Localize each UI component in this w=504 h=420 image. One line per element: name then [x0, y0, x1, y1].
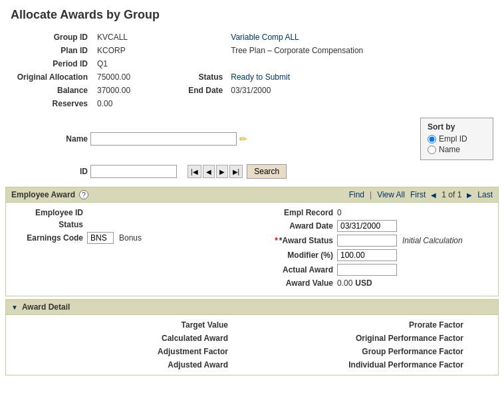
award-date-input[interactable]: [337, 220, 397, 232]
page-info: 1 of 1: [441, 190, 461, 199]
id-label: ID: [11, 167, 90, 176]
modifier-input[interactable]: [337, 249, 397, 261]
sort-empid-radio[interactable]: [428, 135, 436, 144]
page-title: Allocate Awards by Group: [0, 0, 504, 27]
first-link[interactable]: First: [410, 190, 426, 199]
prorate-factor-label: Prorate Factor: [409, 320, 474, 330]
end-date-value: 03/31/2000: [227, 84, 492, 96]
period-id-label: Period ID: [12, 58, 92, 70]
award-status-input[interactable]: [337, 235, 397, 247]
collapse-arrow[interactable]: ▼: [11, 304, 18, 311]
status-value: Ready to Submit: [227, 71, 492, 83]
adjusted-award-label: Adjusted Award: [168, 360, 239, 369]
last-link[interactable]: Last: [477, 190, 493, 199]
employee-award-header: Employee Award ? Find | View All First ◀…: [6, 187, 498, 203]
employee-award-section: Employee Award ? Find | View All First ◀…: [5, 187, 499, 296]
period-id-value: Q1: [93, 58, 171, 70]
original-allocation-label: Original Allocation: [12, 71, 92, 83]
original-allocation-value: 75000.00: [93, 71, 171, 83]
end-date-label: End Date: [172, 84, 225, 96]
employee-id-label: Employee ID: [17, 208, 83, 217]
group-id-value: KVCALL: [93, 31, 171, 43]
search-button[interactable]: Search: [247, 164, 287, 179]
nav-last-btn[interactable]: ▶|: [229, 165, 243, 178]
target-value-label: Target Value: [182, 320, 239, 330]
adjustment-factor-label: Adjustment Factor: [158, 347, 239, 356]
plan-id-label: Plan ID: [12, 45, 92, 56]
plan-name: Tree Plan – Corporate Compensation: [227, 45, 492, 56]
earnings-code-label: Earnings Code: [17, 233, 83, 243]
group-performance-label: Group Performance Factor: [362, 347, 474, 356]
sort-title: Sort by: [428, 122, 486, 132]
award-detail-title: Award Detail: [22, 302, 70, 312]
award-detail-header: ▼ Award Detail: [6, 300, 498, 315]
status-label: Status: [172, 71, 225, 83]
name-label: Name: [11, 134, 90, 144]
id-input[interactable]: [90, 165, 177, 178]
empl-record-label: Empl Record: [267, 208, 333, 217]
next-arrow[interactable]: ▶: [467, 191, 472, 199]
award-value-amount: 0.00: [337, 278, 352, 288]
prev-arrow[interactable]: ◀: [431, 191, 436, 199]
group-name: Variable Comp ALL: [227, 31, 492, 43]
calc-note: Initial Calculation: [402, 236, 463, 245]
bonus-text: Bonus: [119, 233, 142, 243]
nav-next-btn[interactable]: ▶: [216, 165, 228, 178]
award-value-currency: USD: [355, 278, 372, 288]
award-detail-section: ▼ Award Detail Target Value Calculated A…: [5, 299, 499, 375]
sort-empid-label: Empl ID: [439, 134, 467, 144]
individual-performance-label: Individual Performance Factor: [348, 360, 474, 369]
help-icon[interactable]: ?: [79, 190, 88, 199]
earnings-code-input[interactable]: [87, 232, 114, 244]
view-all-link[interactable]: View All: [377, 190, 405, 199]
nav-prev-btn[interactable]: ◀: [203, 165, 215, 178]
group-id-label: Group ID: [12, 31, 92, 43]
balance-label: Balance: [12, 84, 92, 96]
reserves-value: 0.00: [93, 98, 171, 110]
award-value-label: Award Value: [267, 278, 333, 288]
award-status-label: *Award Status: [267, 236, 333, 245]
sort-name-radio[interactable]: [428, 146, 436, 154]
nav-first-btn[interactable]: |◀: [188, 165, 201, 178]
balance-value: 37000.00: [93, 84, 171, 96]
status-field-label: Status: [17, 220, 83, 229]
reserves-label: Reserves: [12, 98, 92, 110]
actual-award-input[interactable]: [337, 264, 397, 276]
employee-award-title: Employee Award: [11, 190, 75, 199]
find-link[interactable]: Find: [349, 190, 364, 199]
name-input[interactable]: [90, 132, 237, 146]
modifier-label: Modifier (%): [267, 251, 333, 260]
plan-id-value: KCORP: [93, 45, 171, 56]
edit-icon[interactable]: ✏: [239, 134, 247, 144]
actual-award-label: Actual Award: [267, 265, 333, 274]
award-date-label: Award Date: [267, 221, 333, 231]
sort-name-label: Name: [439, 145, 460, 154]
original-performance-label: Original Performance Factor: [356, 334, 474, 343]
calculated-award-label: Calculated Award: [162, 334, 239, 343]
empl-record-value: 0: [337, 208, 342, 217]
